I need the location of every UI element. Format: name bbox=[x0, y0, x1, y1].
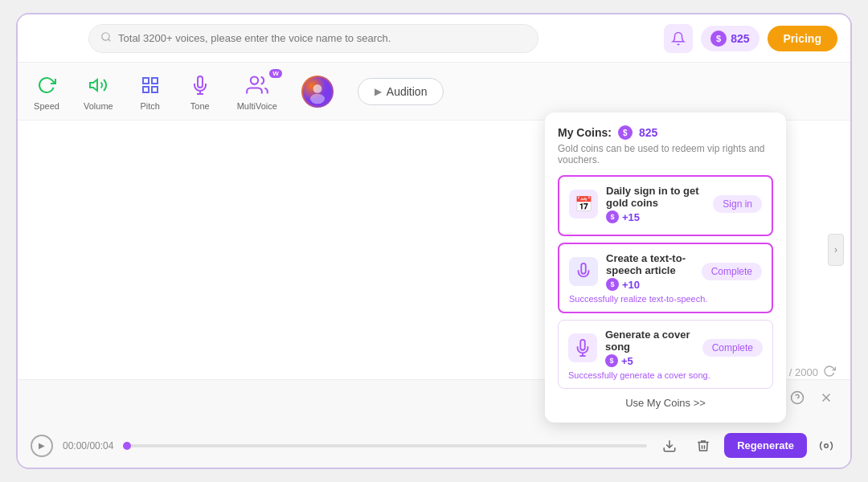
tool-pitch[interactable]: Pitch bbox=[137, 72, 163, 111]
coin-row-info-signin: Daily sign in to get gold coins $ +15 bbox=[606, 185, 705, 223]
use-coins-anchor[interactable]: Use My Coins >> bbox=[625, 397, 706, 409]
cover-action-button[interactable]: Complete bbox=[702, 339, 763, 357]
multivoice-label: MultiVoice bbox=[237, 101, 277, 111]
volume-icon bbox=[85, 72, 111, 98]
coin-row-top-cover: Generate a cover song $ +5 Complete bbox=[568, 329, 763, 367]
help-button[interactable] bbox=[786, 386, 809, 409]
svg-rect-4 bbox=[152, 78, 158, 84]
audition-button[interactable]: ▶ Audition bbox=[358, 78, 444, 105]
svg-rect-3 bbox=[143, 78, 149, 84]
main-content: My Coins: $ 825 Gold coins can be used t… bbox=[18, 120, 850, 379]
coin-badge-button[interactable]: $ 825 bbox=[701, 26, 759, 51]
coins-dropdown: My Coins: $ 825 Gold coins can be used t… bbox=[545, 112, 786, 423]
tts-action-button[interactable]: Complete bbox=[702, 263, 762, 280]
progress-dot bbox=[123, 442, 131, 450]
tool-speed[interactable]: Speed bbox=[34, 72, 59, 111]
coin-row-top-signin: 📅 Daily sign in to get gold coins $ +15 … bbox=[569, 185, 762, 223]
tune-button[interactable] bbox=[815, 435, 837, 457]
coins-header-amount: 825 bbox=[639, 126, 657, 139]
multivoice-icon bbox=[244, 72, 270, 98]
cover-note: Successfully generate a cover song. bbox=[568, 370, 763, 380]
svg-line-1 bbox=[108, 39, 111, 41]
tone-label: Tone bbox=[190, 101, 210, 111]
download-button[interactable] bbox=[657, 433, 682, 459]
svg-point-0 bbox=[102, 32, 109, 39]
app-container: $ 825 Pricing Speed Volume bbox=[16, 13, 852, 469]
svg-point-11 bbox=[313, 84, 321, 93]
tts-plus: +10 bbox=[622, 279, 640, 291]
coin-row-tts: Create a text-to-speech article $ +10 Co… bbox=[558, 243, 773, 313]
svg-point-20 bbox=[825, 443, 829, 447]
regenerate-button[interactable]: Regenerate bbox=[724, 433, 807, 458]
coin-row-daily-signin: 📅 Daily sign in to get gold coins $ +15 … bbox=[558, 175, 773, 236]
coins-header: My Coins: $ 825 bbox=[558, 125, 773, 140]
avatar[interactable] bbox=[301, 76, 334, 108]
signin-action-button[interactable]: Sign in bbox=[713, 195, 762, 213]
refresh-icon[interactable] bbox=[823, 365, 837, 379]
svg-rect-5 bbox=[152, 87, 158, 92]
coins-title: My Coins: bbox=[558, 126, 612, 139]
cover-coin-icon: $ bbox=[605, 354, 618, 367]
time-current: 00:00 bbox=[63, 440, 87, 451]
progress-bar[interactable] bbox=[123, 444, 647, 447]
char-counter: 0 / 2000 bbox=[780, 365, 837, 379]
tool-multivoice[interactable]: W MultiVoice bbox=[237, 72, 277, 111]
tts-coin-icon: $ bbox=[606, 278, 619, 291]
cover-title: Generate a cover song bbox=[605, 329, 694, 353]
notification-button[interactable] bbox=[664, 24, 693, 53]
tts-amount: $ +10 bbox=[606, 278, 694, 291]
top-bar: $ 825 Pricing bbox=[18, 14, 850, 63]
bottom-action-buttons: Regenerate bbox=[657, 433, 837, 459]
time-total: 00:04 bbox=[89, 440, 113, 451]
char-count-text: 0 / 2000 bbox=[780, 366, 818, 378]
coin-row-info-tts: Create a text-to-speech article $ +10 bbox=[606, 252, 694, 291]
volume-label: Volume bbox=[84, 101, 113, 111]
pitch-icon bbox=[137, 72, 163, 98]
coin-row-info-cover: Generate a cover song $ +5 bbox=[605, 329, 694, 367]
svg-marker-2 bbox=[90, 80, 97, 91]
audio-player: ▶ 00:00/00:04 bbox=[18, 423, 850, 468]
signin-plus: +15 bbox=[622, 211, 640, 223]
tone-icon bbox=[187, 72, 213, 98]
collapse-button[interactable]: › bbox=[828, 234, 844, 266]
coins-header-icon: $ bbox=[618, 125, 633, 140]
search-icon bbox=[100, 31, 112, 46]
cover-song-icon bbox=[568, 333, 597, 362]
signin-amount: $ +15 bbox=[606, 210, 705, 223]
svg-point-9 bbox=[251, 76, 258, 84]
svg-point-12 bbox=[310, 93, 325, 104]
tool-tone[interactable]: Tone bbox=[187, 72, 213, 111]
signin-coin-icon: $ bbox=[606, 210, 619, 223]
cover-amount: $ +5 bbox=[605, 354, 694, 367]
speed-label: Speed bbox=[34, 101, 59, 111]
use-coins-link[interactable]: Use My Coins >> bbox=[558, 395, 773, 410]
play-triangle-icon: ▶ bbox=[375, 86, 382, 97]
cover-plus: +5 bbox=[621, 355, 633, 367]
multivoice-badge: W bbox=[269, 69, 282, 78]
close-button[interactable] bbox=[815, 386, 837, 409]
tool-volume[interactable]: Volume bbox=[84, 72, 113, 111]
tts-icon bbox=[569, 257, 598, 286]
search-input[interactable] bbox=[118, 32, 526, 44]
pitch-label: Pitch bbox=[140, 101, 159, 111]
delete-button[interactable] bbox=[690, 433, 716, 459]
pricing-button[interactable]: Pricing bbox=[768, 26, 837, 51]
calendar-icon: 📅 bbox=[569, 190, 598, 219]
time-display: 00:00/00:04 bbox=[63, 440, 113, 451]
search-box[interactable] bbox=[88, 24, 538, 53]
top-right-actions: $ 825 Pricing bbox=[664, 24, 837, 53]
coin-row-cover: Generate a cover song $ +5 Complete Succ… bbox=[558, 320, 773, 389]
bottom-icons bbox=[786, 386, 837, 409]
play-button[interactable]: ▶ bbox=[31, 435, 53, 457]
audition-label: Audition bbox=[387, 85, 428, 98]
coin-row-top-tts: Create a text-to-speech article $ +10 Co… bbox=[569, 252, 762, 291]
tts-note: Successfully realize text-to-speech. bbox=[569, 294, 762, 304]
coin-amount-display: 825 bbox=[731, 32, 749, 45]
speed-icon bbox=[34, 72, 59, 98]
coins-subtitle: Gold coins can be used to redeem vip rig… bbox=[558, 143, 773, 165]
svg-rect-6 bbox=[143, 87, 149, 92]
signin-title: Daily sign in to get gold coins bbox=[606, 185, 705, 209]
coin-icon: $ bbox=[710, 31, 727, 47]
tts-title: Create a text-to-speech article bbox=[606, 252, 694, 276]
